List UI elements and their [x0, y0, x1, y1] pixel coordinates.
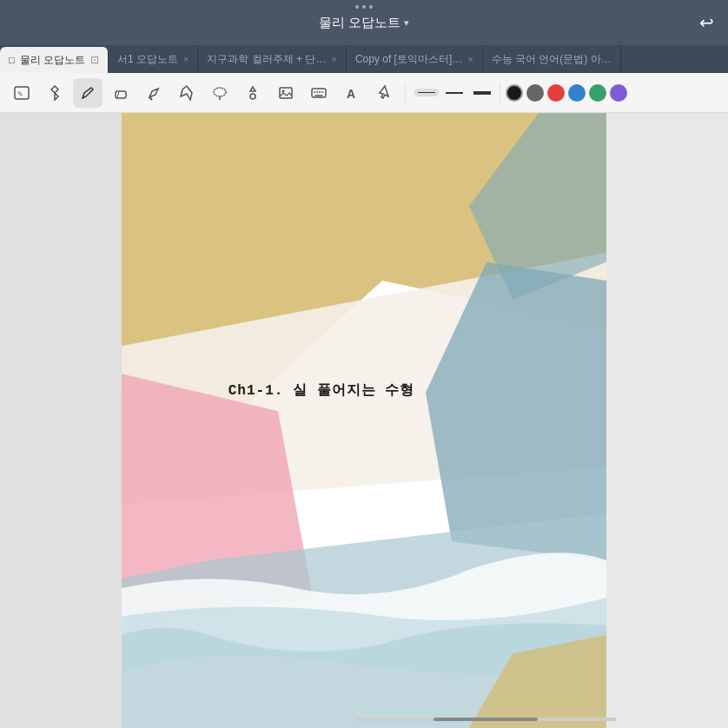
- toolbar-separator-1: [405, 83, 406, 103]
- tab-bar: □ 물리 오답노트 ⊡ 서1 오답노트 × 지구과학 컬러주제 + 단… × C…: [0, 45, 728, 73]
- color-red[interactable]: [547, 84, 565, 102]
- tab-label-earthscience: 지구과학 컬러주제 + 단…: [207, 52, 326, 67]
- image-icon: [277, 84, 295, 102]
- tab-label-physics: 물리 오답노트: [20, 53, 85, 68]
- pointer-button[interactable]: [370, 78, 400, 108]
- title-chevron-icon[interactable]: ▾: [404, 17, 409, 29]
- text-icon: A: [343, 84, 361, 102]
- annotation-text: Ch1-1. 실 풀어지는 수형: [228, 381, 414, 399]
- tab-earthscience[interactable]: 지구과학 컬러주제 + 단… ×: [198, 45, 346, 73]
- title-text: 물리 오답노트: [319, 15, 400, 31]
- tab-toeic[interactable]: Copy of [토익마스터]… ×: [347, 45, 483, 73]
- svg-point-9: [282, 89, 285, 92]
- window-dots: [355, 5, 373, 9]
- canvas-artwork: [122, 113, 606, 728]
- handwrite-icon: ✎: [13, 84, 30, 102]
- line-medium-button[interactable]: [442, 89, 467, 97]
- svg-point-7: [250, 94, 255, 99]
- svg-text:✎: ✎: [17, 90, 23, 98]
- tab-close-science1[interactable]: ×: [183, 54, 189, 64]
- tab-korean[interactable]: 수능 국어 언어(문법) 아…: [483, 45, 621, 73]
- keyboard-button[interactable]: [304, 78, 334, 108]
- app-title: 물리 오답노트 ▾: [319, 15, 409, 31]
- main-area: Ch1-1. 실 풀어지는 수형: [0, 113, 728, 728]
- tab-share-icon[interactable]: ⊡: [90, 54, 99, 66]
- pen-tool-button[interactable]: [73, 78, 103, 108]
- bluetooth-icon: [48, 84, 62, 102]
- color-purple[interactable]: [610, 84, 627, 102]
- text-button[interactable]: A: [337, 78, 367, 108]
- tab-physics[interactable]: □ 물리 오답노트 ⊡: [0, 47, 109, 73]
- document-canvas[interactable]: Ch1-1. 실 풀어지는 수형: [122, 113, 606, 728]
- line-thickness-group: [414, 88, 494, 98]
- bluetooth-button[interactable]: [40, 78, 69, 108]
- top-bar: 물리 오답노트 ▾ ↩: [0, 0, 728, 45]
- scrollbar[interactable]: [355, 718, 616, 721]
- lasso-icon: [211, 84, 228, 102]
- left-panel: [0, 113, 122, 728]
- pointer-icon: [376, 84, 394, 102]
- lasso-button[interactable]: [205, 78, 235, 108]
- tab-close-toeic[interactable]: ×: [467, 54, 473, 64]
- svg-rect-8: [280, 88, 292, 98]
- image-button[interactable]: [271, 78, 301, 108]
- color-green[interactable]: [589, 84, 606, 102]
- select-tool-button[interactable]: [172, 78, 202, 108]
- eraser-button[interactable]: [106, 78, 136, 108]
- handwrite-mode-button[interactable]: ✎: [7, 78, 36, 108]
- highlighter-icon: [145, 84, 162, 102]
- eraser-icon: [112, 84, 129, 102]
- toolbar-separator-2: [500, 83, 500, 103]
- tab-label-korean: 수능 국어 언어(문법) 아…: [492, 52, 612, 67]
- keyboard-icon: [310, 84, 328, 102]
- svg-text:A: A: [347, 87, 355, 101]
- svg-marker-6: [250, 87, 255, 91]
- color-black[interactable]: [506, 84, 523, 102]
- tab-close-earthscience[interactable]: ×: [331, 54, 336, 64]
- line-thick-button[interactable]: [470, 88, 494, 98]
- scrollbar-thumb[interactable]: [433, 718, 538, 721]
- pen-icon: [79, 84, 96, 102]
- tab-label-toeic: Copy of [토익마스터]…: [355, 52, 462, 67]
- shapes-button[interactable]: [238, 78, 268, 108]
- line-thin-button[interactable]: [414, 89, 439, 96]
- color-dark-gray[interactable]: [526, 84, 544, 102]
- back-button[interactable]: ↩: [699, 12, 714, 33]
- toolbar: ✎: [0, 73, 728, 113]
- svg-line-3: [149, 97, 152, 100]
- color-blue[interactable]: [568, 84, 586, 102]
- select-icon: [178, 84, 195, 102]
- highlighter-button[interactable]: [139, 78, 169, 108]
- tab-icon-physics: □: [9, 55, 15, 65]
- svg-point-4: [214, 88, 226, 96]
- tab-science1[interactable]: 서1 오답노트 ×: [109, 45, 198, 73]
- tab-label-science1: 서1 오답노트: [117, 52, 178, 67]
- shapes-icon: [244, 84, 261, 102]
